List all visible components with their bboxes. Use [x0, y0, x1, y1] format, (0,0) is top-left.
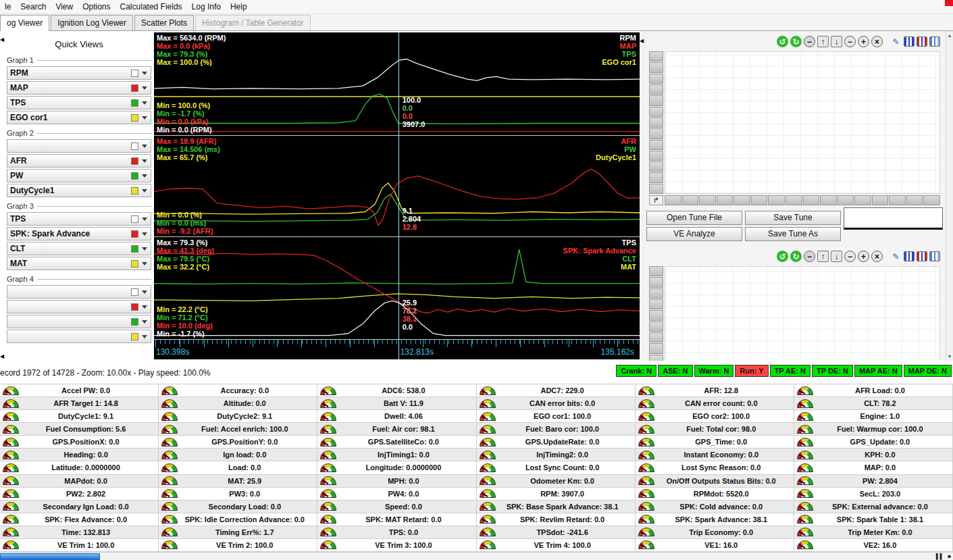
table-row-header-cell[interactable] — [649, 184, 663, 194]
save-tune-as-button[interactable]: Save Tune As — [745, 227, 841, 241]
table-row-header-cell[interactable] — [649, 128, 663, 138]
gauge-secondary-ign-load[interactable]: Secondary Ign Load: 0.0 — [0, 501, 159, 513]
timeline-scrollbar-thumb[interactable] — [0, 553, 100, 560]
tab-ignition-log-viewer[interactable]: Ignition Log Viewer — [51, 15, 133, 30]
gauge-accuracy[interactable]: Accuracy: 0.0 — [159, 384, 317, 397]
gauge-mat[interactable]: MAT: 25.9 — [159, 475, 317, 488]
table-cells-area[interactable] — [665, 266, 940, 365]
gauge-adc6[interactable]: ADC6: 538.0 — [317, 384, 476, 397]
graph-2[interactable]: Max = 18.9 (AFR)Max = 14.506 (ms)Max = 6… — [154, 136, 640, 237]
gauge-ego-cor2[interactable]: EGO cor2: 100.0 — [636, 410, 794, 423]
gauge-gps-satelliteco[interactable]: GPS.SatelliteCo: 0.0 — [317, 436, 476, 449]
gauge-lost-sync-count[interactable]: Lost Sync Count: 0.0 — [477, 461, 636, 474]
add-icon[interactable]: + — [858, 251, 869, 262]
gauge-gps-positiony[interactable]: GPS.PositionY: 0.0 — [159, 436, 317, 449]
gauge-ego-cor1[interactable]: EGO cor1: 100.0 — [477, 410, 636, 423]
field-selector-blank[interactable] — [7, 285, 151, 299]
right-panel-scrollbar[interactable]: ▲ ▼ — [946, 31, 953, 361]
gauge-spk[interactable]: SPK: Spark Advance: 38.1 — [636, 513, 794, 526]
gauge-time[interactable]: Time: 132.813 — [0, 526, 159, 539]
add-icon[interactable]: + — [858, 36, 869, 47]
menu-item-search[interactable]: Search — [16, 1, 51, 13]
field-selector-dutycycle1[interactable]: DutyCycle1 — [7, 184, 151, 197]
gauge-dwell[interactable]: Dwell: 4.06 — [317, 410, 476, 423]
gauge-spk[interactable]: SPK: Revlim Retard: 0.0 — [477, 513, 636, 526]
field-selector-blank[interactable] — [7, 315, 151, 328]
tab-scatter-plots[interactable]: Scatter Plots — [134, 15, 194, 30]
table-col-header-cell[interactable] — [923, 195, 940, 205]
table-row-header-cell[interactable] — [649, 62, 663, 72]
field-selector-clt[interactable]: CLT — [7, 242, 151, 255]
table-row-header-cell[interactable] — [649, 322, 663, 332]
remove-icon[interactable]: − — [844, 251, 856, 262]
table-row-header-cell[interactable] — [649, 151, 663, 161]
open-tune-file-button[interactable]: Open Tune File — [646, 211, 742, 225]
gauge-accel-pw[interactable]: Accel PW: 0.0 — [0, 384, 159, 397]
ve-table-grid[interactable]: ↱ — [649, 51, 940, 205]
remove-icon[interactable]: − — [844, 36, 856, 47]
gauge-injtiming2[interactable]: InjTiming2: 0.0 — [477, 449, 636, 461]
gauge-ve1[interactable]: VE1: 16.0 — [636, 539, 794, 552]
gauge-fuel[interactable]: Fuel: Total cor: 98.0 — [636, 423, 794, 436]
playback-cursor[interactable] — [398, 32, 399, 359]
gauge-rpm[interactable]: RPM: 3907.0 — [477, 488, 636, 501]
save-tune-button[interactable]: Save Tune — [745, 211, 841, 225]
gauge-tps[interactable]: TPS: 0.0 — [317, 526, 476, 539]
edit-pencil-icon[interactable]: ✎ — [890, 251, 902, 262]
shift-down-icon[interactable]: ↓ — [831, 251, 842, 262]
gauge-mph[interactable]: MPH: 0.0 — [317, 475, 476, 488]
menu-item-options[interactable]: Options — [78, 1, 115, 13]
menu-item-view[interactable]: View — [51, 1, 78, 13]
gauge-spk[interactable]: SPK: Cold advance: 0.0 — [636, 501, 794, 513]
field-selector-blank[interactable] — [7, 330, 151, 343]
table-row-header-cell[interactable] — [649, 343, 663, 353]
gauge-afr-load[interactable]: AFR Load: 0.0 — [794, 384, 953, 397]
table-view-red-blue-icon[interactable] — [917, 36, 927, 47]
field-selector-blank[interactable] — [7, 139, 151, 153]
gauge-longitude[interactable]: Longitude: 0.0000000 — [317, 461, 476, 474]
gauge-latitude[interactable]: Latitude: 0.0000000 — [0, 461, 159, 474]
field-selector-blank[interactable] — [7, 300, 151, 313]
gauge-pw[interactable]: PW: 2.804 — [794, 475, 953, 488]
gauge-ve-trim-3[interactable]: VE Trim 3: 100.0 — [317, 539, 476, 552]
table-row-header-cell[interactable] — [649, 74, 663, 84]
scroll-down-icon[interactable]: ▼ — [946, 354, 953, 359]
gauge-speed[interactable]: Speed: 0.0 — [317, 501, 476, 513]
table-row-header-cell[interactable] — [649, 84, 663, 95]
gauge-on-off-outputs-status-bits[interactable]: On/Off Outputs Status Bits: 0.0 — [636, 475, 794, 488]
table-row-header-cell[interactable] — [649, 118, 663, 128]
graph-3[interactable]: Max = 79.3 (%)Max = 41.3 (deg)Max = 79.5… — [154, 237, 640, 340]
undo-icon[interactable]: ↺ — [777, 251, 788, 262]
gauge-altitude[interactable]: Altitude: 0.0 — [159, 397, 317, 410]
gauge-instant-economy[interactable]: Instant Economy: 0.0 — [636, 449, 794, 461]
field-selector-afr[interactable]: AFR — [7, 154, 151, 168]
gauge-engine[interactable]: Engine: 1.0 — [794, 410, 953, 423]
table-view-light-blue-icon[interactable] — [929, 251, 940, 261]
gauge-fuel[interactable]: Fuel: Warmup cor: 100.0 — [794, 423, 953, 436]
table-row-header-cell[interactable] — [649, 277, 663, 287]
gauge-spk[interactable]: SPK: MAT Retard: 0.0 — [317, 513, 476, 526]
gauge-odometer-km[interactable]: Odometer Km: 0.0 — [477, 475, 636, 488]
table-view-blue-icon[interactable] — [904, 251, 915, 261]
table-tab-box[interactable] — [844, 207, 943, 230]
edit-pencil-icon[interactable]: ✎ — [890, 36, 902, 47]
table-view-blue-icon[interactable] — [904, 36, 915, 47]
field-selector-tps[interactable]: TPS — [7, 96, 151, 109]
decrement-icon[interactable]: − — [804, 36, 815, 47]
table-row-header-cell[interactable] — [649, 332, 663, 342]
table-row-header-cell[interactable] — [649, 310, 663, 320]
axis-swap-icon[interactable]: ↱ — [649, 195, 663, 205]
table-view-red-blue-icon[interactable] — [917, 251, 927, 261]
table-row-header-cell[interactable] — [649, 266, 663, 276]
menu-item-calculated-fields[interactable]: Calculated Fields — [115, 1, 187, 13]
table-col-header-cell[interactable] — [682, 195, 699, 205]
gauge-fuel[interactable]: Fuel: Air cor: 98.1 — [317, 423, 476, 436]
gauge-batt-v[interactable]: Batt V: 11.9 — [317, 397, 476, 410]
table-col-header-cell[interactable] — [906, 195, 923, 205]
gauge-gps-positionx[interactable]: GPS.PositionX: 0.0 — [0, 436, 159, 449]
sidebar-collapse-icon[interactable]: ◀ — [0, 36, 4, 43]
redo-icon[interactable]: ↻ — [790, 251, 802, 262]
table-col-header-cell[interactable] — [733, 195, 750, 205]
gauge-secondary-load[interactable]: Secondary Load: 0.0 — [159, 501, 317, 513]
clear-icon[interactable]: × — [871, 36, 883, 47]
